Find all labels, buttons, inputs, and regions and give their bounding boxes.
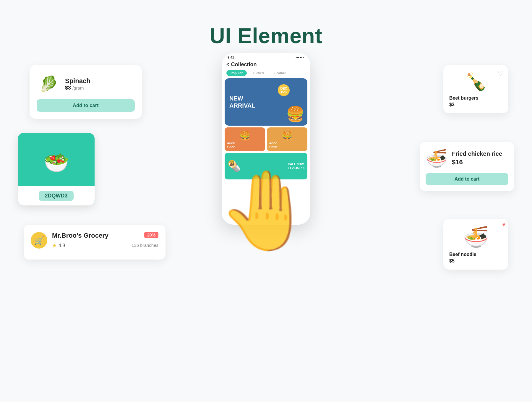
phone-tall-banner: 🌯 CALL NOW+1 234567 8: [225, 153, 307, 179]
small-banner-1-text: GOODFOOD: [227, 142, 263, 149]
beet-image: 🍾: [449, 71, 502, 92]
phone-main-banner: NEWARRIVAL DEC15% 🍔: [225, 78, 307, 126]
grocery-name: Mr.Broo's Grocery: [52, 232, 108, 239]
grocery-logo: 🛒: [31, 232, 47, 249]
noodle-heart-icon[interactable]: ♥: [502, 222, 505, 228]
phone-signal: ▪▪▪ ▪▪ ▪: [296, 56, 304, 59]
spinach-add-to-cart-button[interactable]: Add to cart: [37, 99, 135, 112]
noodle-card: 🍜 ♥ Beef noodle $5: [443, 219, 508, 270]
beet-price: $3: [449, 102, 502, 107]
phone-header-text: < Collection: [226, 61, 257, 68]
grocery-branches: 136 branches: [132, 243, 158, 248]
spinach-name: Spinach: [65, 77, 90, 85]
phone-mockup: 9:41 ▪▪▪ ▪▪ ▪ < Collection Popular Picke…: [204, 53, 328, 225]
phone-tab-popular[interactable]: Popular: [226, 70, 247, 76]
chicken-image: 🍜: [426, 148, 448, 169]
grocery-discount-badge: 20%: [144, 232, 158, 238]
phone-banner-text: NEWARRIVAL: [229, 95, 255, 109]
phone-banner-tag: DEC15%: [278, 84, 290, 96]
tall-banner-text: CALL NOW+1 234567 8: [288, 162, 304, 170]
small-banner-2-food: 🍔: [269, 130, 305, 141]
grocery-card: 🛒 Mr.Broo's Grocery 20% ★ 4.9 136 branch…: [24, 225, 166, 260]
salad-image: 🥗: [22, 139, 90, 186]
phone-frame: 9:41 ▪▪▪ ▪▪ ▪ < Collection Popular Picke…: [222, 53, 310, 225]
small-banner-1-food: 🍔: [227, 130, 263, 141]
spinach-price: $3: [65, 85, 71, 91]
page-title: UI Element: [0, 0, 532, 48]
phone-content: NEWARRIVAL DEC15% 🍔 🍔 GOODFOOD 🍔 GOODFOO…: [222, 78, 310, 179]
phone-tab-feature[interactable]: Feature: [270, 70, 290, 76]
star-icon: ★: [52, 242, 57, 249]
phone-small-banner-1: 🍔 GOODFOOD: [225, 127, 265, 151]
small-banner-2-text: GOODFOOD: [269, 142, 305, 149]
phone-tab-picked[interactable]: Picked: [249, 70, 268, 76]
heart-icon[interactable]: ♡: [498, 70, 504, 77]
spinach-image: 🥬: [37, 72, 60, 96]
tall-banner-food: 🌯: [228, 160, 241, 172]
salad-card: 🥗 2DQWD3: [18, 133, 95, 205]
salad-code: 2DQWD3: [39, 191, 73, 201]
noodle-price: $5: [449, 258, 502, 264]
spinach-unit: /gram: [72, 85, 84, 90]
phone-tabs: Popular Picked Feature: [222, 70, 310, 78]
chicken-price: $16: [452, 158, 502, 166]
phone-status-bar: 9:41 ▪▪▪ ▪▪ ▪: [222, 53, 310, 60]
noodle-name: Beef noodle: [449, 252, 502, 257]
phone-header: < Collection: [222, 60, 310, 70]
chicken-name: Fried chicken rice: [452, 150, 502, 157]
beet-name: Beet burgers: [449, 95, 502, 101]
noodle-image: 🍜 ♥: [449, 225, 502, 249]
phone-small-banner-2: 🍔 GOODFOOD: [267, 127, 307, 151]
grocery-rating: 4.9: [59, 243, 65, 248]
beet-card: ♡ 🍾 Beet burgers $3: [443, 65, 508, 113]
phone-time: 9:41: [228, 56, 234, 59]
phone-banner-food: 🍔: [286, 106, 304, 123]
phone-small-banners: 🍔 GOODFOOD 🍔 GOODFOOD: [225, 127, 307, 151]
chicken-card: 🍜 Fried chicken rice $16 Add to cart: [420, 142, 514, 191]
chicken-add-to-cart-button[interactable]: Add to cart: [426, 173, 508, 185]
spinach-card: 🥬 Spinach $3 /gram Add to cart: [30, 65, 142, 119]
